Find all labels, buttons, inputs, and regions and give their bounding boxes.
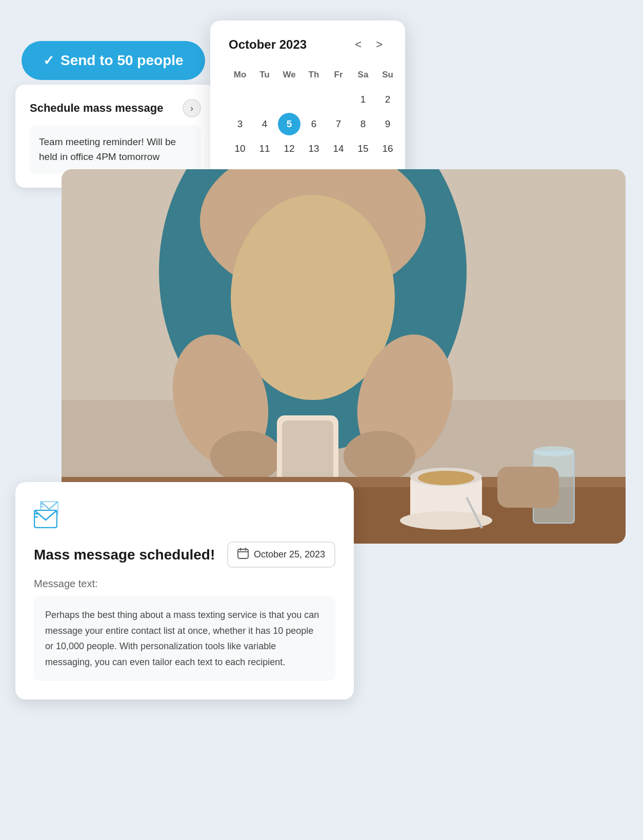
svg-rect-21	[497, 467, 559, 508]
mail-icon-foreground	[34, 509, 57, 533]
svg-point-7	[210, 431, 282, 482]
calendar-day-2[interactable]: 2	[376, 88, 399, 111]
svg-point-16	[418, 471, 474, 485]
calendar-day-empty	[327, 88, 350, 111]
send-button-label: Send to 50 people	[61, 52, 184, 69]
calendar-day-empty	[278, 88, 300, 111]
svg-point-20	[533, 446, 574, 456]
calendar-day-13[interactable]: 13	[303, 137, 325, 160]
calendar-day-16[interactable]: 16	[376, 137, 399, 160]
calendar-day-8[interactable]: 8	[352, 113, 374, 135]
svg-point-8	[344, 431, 415, 482]
day-header-fr: Fr	[327, 66, 350, 86]
calendar-prev-button[interactable]: <	[351, 36, 366, 53]
page-wrapper: ✓ Send to 50 people Schedule mass messag…	[0, 0, 643, 840]
day-header-mo: Mo	[229, 66, 251, 86]
confirmation-header: Mass message scheduled! October 25, 2023	[34, 542, 335, 568]
calendar-day-12[interactable]: 12	[278, 137, 300, 160]
day-header-sa: Sa	[352, 66, 374, 86]
schedule-card-message: Team meeting reminder! Will be held in o…	[30, 126, 201, 173]
calendar-day-14[interactable]: 14	[327, 137, 350, 160]
calendar-day-5[interactable]: 5	[278, 113, 300, 135]
schedule-card-expand-button[interactable]: ›	[183, 99, 201, 117]
calendar-day-empty	[303, 88, 325, 111]
svg-rect-28	[238, 549, 248, 558]
confirmation-title: Mass message scheduled!	[34, 547, 215, 563]
day-header-we: We	[278, 66, 300, 86]
confirmation-card: Mass message scheduled! October 25, 2023…	[15, 482, 354, 699]
calendar-header: October 2023 < >	[229, 36, 387, 53]
calendar-day-4[interactable]: 4	[253, 113, 276, 135]
calendar-day-empty	[229, 88, 251, 111]
day-header-th: Th	[303, 66, 325, 86]
confirmation-date-badge: October 25, 2023	[227, 542, 335, 568]
send-button[interactable]: ✓ Send to 50 people	[22, 41, 205, 80]
check-icon: ✓	[43, 53, 54, 69]
calendar-nav: < >	[351, 36, 387, 53]
message-text-box: Perhaps the best thing about a mass text…	[34, 596, 335, 681]
message-text-label: Message text:	[34, 578, 335, 590]
calendar-day-1[interactable]: 1	[352, 88, 374, 111]
calendar-day-11[interactable]: 11	[253, 137, 276, 160]
calendar-day-3[interactable]: 3	[229, 113, 251, 135]
calendar-day-6[interactable]: 6	[303, 113, 325, 135]
schedule-card-header: Schedule mass message ›	[30, 99, 201, 117]
calendar-day-9[interactable]: 9	[376, 113, 399, 135]
calendar-icon-small	[237, 548, 249, 562]
day-header-tu: Tu	[253, 66, 276, 86]
calendar-day-15[interactable]: 15	[352, 137, 374, 160]
calendar-day-empty	[253, 88, 276, 111]
confirmation-date-text: October 25, 2023	[254, 549, 325, 560]
calendar-day-7[interactable]: 7	[327, 113, 350, 135]
schedule-card-title: Schedule mass message	[30, 102, 163, 115]
calendar-next-button[interactable]: >	[372, 36, 387, 53]
day-header-su: Su	[376, 66, 399, 86]
calendar-day-10[interactable]: 10	[229, 137, 251, 160]
calendar-month-title: October 2023	[229, 37, 307, 52]
mail-icon-stack	[34, 501, 70, 531]
